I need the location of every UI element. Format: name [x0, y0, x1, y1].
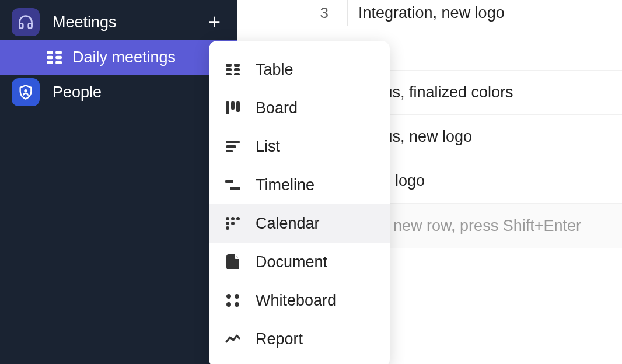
svg-point-23 [236, 217, 240, 220]
svg-point-29 [226, 302, 231, 307]
table-icon [47, 51, 62, 64]
svg-rect-0 [47, 51, 53, 54]
svg-point-28 [235, 294, 239, 299]
svg-rect-5 [55, 61, 62, 64]
svg-rect-8 [234, 64, 240, 66]
svg-rect-7 [226, 64, 232, 66]
menu-item-label: Timeline [256, 176, 315, 194]
svg-point-30 [235, 302, 239, 307]
sidebar-item-label: Meetings [53, 13, 208, 32]
svg-point-26 [226, 226, 229, 230]
svg-rect-14 [231, 102, 235, 110]
menu-item-calendar[interactable]: Calendar [209, 204, 390, 243]
menu-item-label: Calendar [256, 215, 320, 233]
menu-item-timeline[interactable]: Timeline [209, 166, 390, 204]
report-icon [224, 330, 242, 348]
svg-point-24 [226, 222, 229, 225]
calendar-icon [224, 215, 242, 232]
document-icon [224, 253, 242, 271]
svg-rect-20 [230, 187, 240, 190]
menu-item-label: Document [256, 253, 327, 271]
sidebar-item-meetings[interactable]: Meetings + [0, 5, 237, 40]
sidebar: Meetings + Daily meetings People [0, 0, 237, 364]
menu-item-table[interactable]: Table [209, 50, 390, 89]
menu-item-label: Whiteboard [256, 292, 336, 310]
row-number: 3 [320, 4, 329, 22]
svg-point-27 [226, 294, 231, 299]
row-number-cell[interactable]: 3 [237, 0, 348, 26]
svg-rect-16 [226, 141, 240, 144]
svg-rect-10 [234, 68, 240, 71]
svg-rect-9 [226, 68, 232, 71]
svg-rect-18 [226, 150, 233, 152]
sidebar-item-daily-meetings[interactable]: Daily meetings [0, 40, 237, 75]
add-button[interactable]: + [208, 12, 221, 33]
menu-item-document[interactable]: Document [209, 243, 390, 281]
menu-item-label: Table [256, 61, 293, 79]
whiteboard-icon [224, 292, 242, 309]
svg-rect-13 [226, 102, 229, 114]
svg-rect-4 [47, 61, 53, 64]
headphones-icon [12, 8, 40, 36]
svg-point-25 [231, 222, 235, 225]
menu-item-label: Board [256, 99, 298, 117]
timeline-icon [224, 176, 242, 194]
menu-item-report[interactable]: Report [209, 320, 390, 358]
menu-item-board[interactable]: Board [209, 89, 390, 127]
board-icon [224, 99, 242, 117]
svg-point-22 [231, 217, 235, 220]
sidebar-item-people[interactable]: People [0, 75, 237, 110]
menu-item-label: Report [256, 330, 303, 348]
table-row[interactable]: Integration, new logo [348, 0, 622, 26]
view-type-menu: Table Board List [209, 41, 390, 364]
svg-rect-11 [226, 73, 232, 75]
svg-point-6 [24, 89, 27, 92]
svg-rect-19 [225, 180, 233, 183]
menu-item-list[interactable]: List [209, 127, 390, 166]
svg-rect-1 [55, 51, 62, 54]
main-content: 3 Integration, new logo logo status, fin… [237, 0, 622, 364]
svg-rect-12 [234, 73, 240, 75]
sidebar-item-label: People [53, 83, 225, 102]
menu-item-label: List [256, 138, 280, 156]
svg-point-21 [226, 217, 229, 220]
person-badge-icon [12, 78, 40, 106]
menu-item-whiteboard[interactable]: Whiteboard [209, 281, 390, 320]
svg-rect-2 [47, 56, 53, 59]
svg-rect-3 [55, 56, 62, 59]
list-icon [224, 138, 242, 155]
svg-rect-17 [226, 145, 236, 148]
table-icon [224, 61, 242, 78]
svg-rect-15 [236, 102, 240, 112]
sidebar-item-label: Daily meetings [72, 48, 225, 66]
